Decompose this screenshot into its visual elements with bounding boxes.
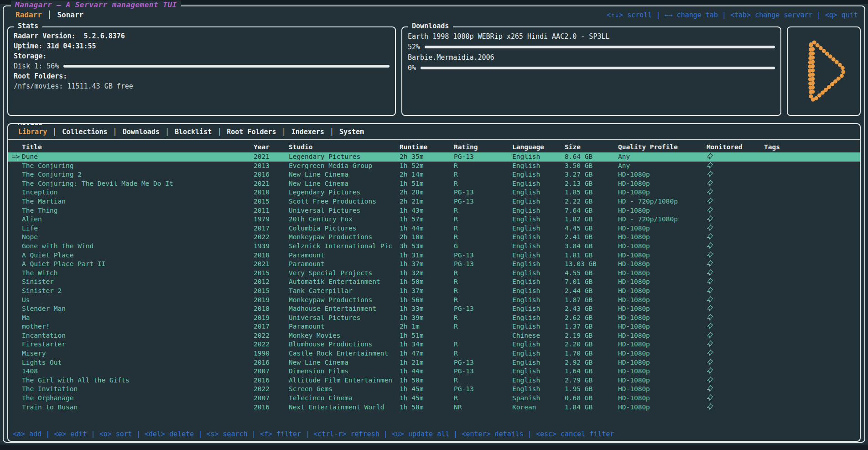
table-row[interactable]: The Conjuring2013Evergreen Media Group1h… — [8, 162, 860, 171]
servarr-tab-radarr[interactable]: Radarr — [10, 10, 47, 19]
cell-studio: Dimension Films — [289, 367, 400, 376]
cell-monitored — [707, 242, 764, 251]
table-row[interactable]: Firestarter2022Blumhouse Productions1h 3… — [8, 340, 860, 349]
cell-title: The Orphanage — [22, 394, 254, 403]
downloads-panel: Downloads Earth 1998 1080p WEBRip x265 H… — [401, 26, 781, 116]
table-row[interactable]: Nope2022Monkeypaw Productions2h 10mREngl… — [8, 233, 860, 242]
table-row[interactable]: The Invitation2022Screen Gems1h 45mPG-13… — [8, 385, 860, 394]
cell-rating: R — [454, 349, 512, 358]
movies-tab-library[interactable]: Library — [13, 128, 52, 136]
movies-table: Title Year Studio Runtime Rating Languag… — [8, 140, 860, 426]
cell-size: 2.20 GB — [565, 340, 618, 349]
cell-size: 1.70 GB — [565, 349, 618, 358]
cell-quality: HD-1080p — [618, 260, 707, 269]
cell-language: English — [512, 304, 565, 314]
table-row[interactable]: Sinister2012Automatik Entertainment1h 50… — [8, 277, 860, 287]
table-row[interactable]: Us2019Monkeypaw Productions1h 56mREnglis… — [8, 296, 860, 305]
movies-tab-downloads[interactable]: Downloads — [117, 128, 165, 136]
table-row[interactable]: mother!2017Paramount2h 1mREnglish1.37 GB… — [8, 322, 860, 331]
cell-runtime: 1h 43m — [400, 206, 454, 215]
movies-tab-root-folders[interactable]: Root Folders — [221, 128, 281, 136]
table-row[interactable]: The Conjuring 22016New Line Cinema2h 14m… — [8, 170, 860, 179]
table-row[interactable]: Lights Out2016New Line Cinema1h 21mPG-13… — [8, 358, 860, 367]
cell-quality: HD-1080p — [618, 403, 707, 412]
app-window: Managarr — A Servarr management TUI Rada… — [3, 5, 865, 443]
table-row[interactable]: Sinister 22015Tank Caterpillar1h 37mREng… — [8, 287, 860, 296]
monitored-bookmark-icon — [707, 260, 713, 267]
cell-size: 2.79 GB — [565, 376, 618, 385]
disk-usage-row: Disk 1: 56% — [14, 61, 390, 71]
cell-year: 2021 — [254, 260, 289, 269]
cell-runtime: 1h 45m — [400, 394, 454, 403]
table-row[interactable]: Misery1990Castle Rock Entertainment1h 47… — [8, 349, 860, 358]
cell-rating: R — [454, 376, 512, 385]
table-row[interactable]: Incantation2022Monkey Movies1h 51mChines… — [8, 331, 860, 340]
movies-tab-collections[interactable]: Collections — [57, 128, 113, 136]
cell-monitored — [707, 260, 764, 269]
movies-tab-indexers[interactable]: Indexers — [286, 128, 330, 136]
cell-year: 2019 — [254, 296, 289, 305]
cell-size: 3.84 GB — [565, 242, 618, 251]
cell-year: 2010 — [254, 188, 289, 197]
cell-monitored — [707, 179, 764, 188]
stats-panel: Stats Radarr Version: 5.2.6.8376 Uptime:… — [7, 26, 396, 116]
cell-size: 1.81 GB — [565, 251, 618, 260]
table-row[interactable]: A Quiet Place2018Paramount1h 31mPG-13Eng… — [8, 251, 860, 260]
movies-tab-bar: Library│Collections│Downloads│Blocklist│… — [8, 124, 860, 140]
table-row[interactable]: Inception2010Legendary Pictures2h 28mPG-… — [8, 188, 860, 197]
cell-quality: HD-1080p — [618, 394, 707, 403]
cell-language: English — [512, 162, 565, 171]
monitored-bookmark-icon — [707, 188, 713, 195]
cell-language: English — [512, 188, 565, 197]
cell-language: English — [512, 179, 565, 188]
cell-quality: HD-1080p — [618, 233, 707, 242]
table-row[interactable]: The Witch2015Very Special Projects1h 32m… — [8, 269, 860, 278]
cell-title: The Witch — [22, 269, 254, 278]
table-row[interactable]: The Thing2011Universal Pictures1h 43mREn… — [8, 206, 860, 215]
cell-studio: Legendary Pictures — [289, 152, 400, 162]
col-tags: Tags — [764, 141, 860, 152]
table-row[interactable]: Alien197920th Century Fox1h 57mREnglish1… — [8, 215, 860, 224]
cell-title: The Invitation — [22, 385, 254, 394]
monitored-bookmark-icon — [707, 323, 713, 330]
cell-title: Alien — [22, 215, 254, 224]
table-row[interactable]: A Quiet Place Part II2021Paramount1h 37m… — [8, 260, 860, 269]
cell-runtime: 2h 28m — [400, 188, 454, 197]
movies-tab-blocklist[interactable]: Blocklist — [169, 128, 217, 136]
cell-size: 7.64 GB — [565, 206, 618, 215]
cell-monitored — [707, 233, 764, 242]
table-row[interactable]: The Conjuring: The Devil Made Me Do It20… — [8, 179, 860, 188]
cell-studio: Next Entertainment World — [289, 403, 400, 412]
cell-year: 1939 — [254, 242, 289, 251]
cell-rating: R — [454, 314, 512, 323]
table-row[interactable]: Gone with the Wind1939Selznick Internati… — [8, 242, 860, 251]
cell-runtime: 1h 32m — [400, 269, 454, 278]
table-row[interactable]: The Orphanage2007Telecinco Cinema1h 45mR… — [8, 394, 860, 403]
table-row[interactable]: Life2017Columbia Pictures1h 44mREnglish4… — [8, 224, 860, 233]
cell-rating: R — [454, 277, 512, 287]
table-row[interactable]: The Martian2015Scott Free Productions2h … — [8, 197, 860, 206]
table-row[interactable]: Ma2019Universal Pictures1h 39mREnglish2.… — [8, 314, 860, 323]
cell-title: Gone with the Wind — [22, 242, 254, 251]
cell-size: 2.92 GB — [565, 358, 618, 367]
cell-studio: Paramount — [289, 260, 400, 269]
cell-runtime: 1h 51m — [400, 331, 454, 340]
tab-separator: │ — [165, 128, 169, 136]
download-progress-bar — [421, 67, 775, 69]
table-row[interactable]: =>Dune2021Legendary Pictures2h 35mPG-13E… — [8, 152, 860, 162]
app-title: Managarr — A Servarr management TUI — [11, 0, 181, 9]
cell-rating: R — [454, 162, 512, 171]
table-row[interactable]: Train to Busan2016Next Entertainment Wor… — [8, 403, 860, 412]
cell-monitored — [707, 162, 764, 171]
monitored-bookmark-icon — [707, 305, 713, 312]
cell-studio: Monkey Movies — [289, 331, 400, 340]
table-row[interactable]: The Girl with All the Gifts2016Altitude … — [8, 376, 860, 385]
table-row[interactable]: 14082007Dimension Films1h 44mPG-13Englis… — [8, 367, 860, 376]
cell-quality: HD-1080p — [618, 179, 707, 188]
cell-title: Incantation — [22, 331, 254, 340]
monitored-bookmark-icon — [707, 225, 713, 231]
cell-language: Chinese — [512, 331, 565, 340]
servarr-tab-sonarr[interactable]: Sonarr — [52, 10, 89, 19]
table-row[interactable]: Slender Man2018Madhouse Entertainment1h … — [8, 304, 860, 314]
movies-tab-system[interactable]: System — [334, 128, 369, 136]
